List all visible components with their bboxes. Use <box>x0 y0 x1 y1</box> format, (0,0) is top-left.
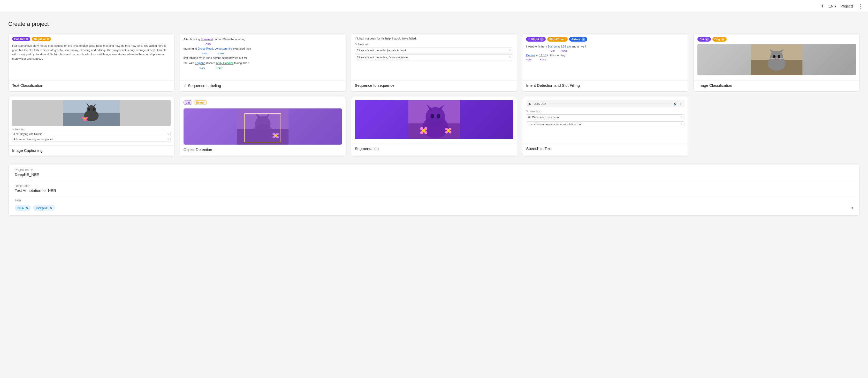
od-badge-2: flower <box>194 100 207 105</box>
tag-ner: NER ✕ <box>15 205 31 211</box>
tc-body-text: Fair drama/love story movie that focuses… <box>12 44 170 61</box>
negative-badge: Negative <box>32 37 51 41</box>
description-field: Description <box>8 181 860 197</box>
svg-point-45 <box>437 114 440 118</box>
more-icon[interactable]: ⋮ <box>679 102 682 106</box>
remove-deepke-tag[interactable]: ✕ <box>50 206 53 210</box>
edit-icon-ic-2[interactable]: ✎ <box>167 138 169 141</box>
svg-point-35 <box>276 133 279 135</box>
tag-deepke-label: DeepKE <box>36 206 48 210</box>
check-icon: ✓ <box>184 83 187 88</box>
pencil-icon-ic: ✎ <box>12 128 14 131</box>
flight-badge: ✓ Flight i <box>526 37 546 41</box>
edit-icon-1[interactable]: ✎ <box>509 49 511 52</box>
play-icon[interactable]: ▶ <box>529 102 531 106</box>
language-selector[interactable]: EN ▾ <box>829 4 836 8</box>
time-display: 0:00 / 0:02 <box>533 103 546 105</box>
seg-title: Segmentation <box>355 146 514 151</box>
svg-point-41 <box>426 107 445 127</box>
chevron-down-icon: ▾ <box>834 4 836 8</box>
edit-icon-ic-1[interactable]: ✎ <box>167 133 169 136</box>
tag-ner-label: NER <box>17 206 24 210</box>
positive-badge: Positive <box>12 37 30 41</box>
svg-point-52 <box>445 128 448 130</box>
seq2seq-card[interactable]: If it had not been for his help, I would… <box>351 34 517 92</box>
intent-body: I want to fly from Boston at 8:38 am and… <box>526 44 684 62</box>
svg-point-47 <box>420 127 423 130</box>
tags-input[interactable] <box>57 206 849 210</box>
s2s-item-1-text: S'il ne m'avait pas aidé, j'aurais échou… <box>357 49 407 52</box>
edit-icon-stt-1[interactable]: ✎ <box>680 116 683 119</box>
svg-point-7 <box>778 55 780 58</box>
svg-point-48 <box>424 127 427 130</box>
intent-card[interactable]: ✓ Flight i FlightTime t Airfare a I want… <box>522 34 688 92</box>
stt-item-2: doccano is an open source annotation too… <box>526 122 684 127</box>
svg-point-6 <box>773 55 776 58</box>
projects-link[interactable]: Projects <box>840 4 854 8</box>
sequence-labeling-card[interactable]: After bowling Somerset out for 83 on the… <box>180 34 346 92</box>
img-class-badge-row: Cat c Dog d <box>698 37 856 41</box>
svg-point-44 <box>430 114 434 118</box>
flighttime-badge: FlightTime t <box>547 37 568 41</box>
tc-title: Text Classification <box>12 83 170 88</box>
stt-new-text-label: ✎ New text <box>526 109 684 113</box>
pencil-icon: ✎ <box>355 43 357 46</box>
ic-title: Image Captioning <box>12 148 170 152</box>
svg-point-36 <box>273 136 275 138</box>
edit-icon-stt-2[interactable]: ✎ <box>680 123 683 126</box>
remove-ner-tag[interactable]: ✕ <box>25 206 28 210</box>
pencil-icon-stt: ✎ <box>526 109 528 113</box>
image-captioning-card[interactable]: ✎ New text A cat playing with flowers ✎ … <box>8 97 175 157</box>
description-input[interactable] <box>15 186 853 193</box>
stt-item-1: Hi! Welcome to doccano! ✎ <box>526 114 684 120</box>
svg-point-54 <box>445 131 448 134</box>
svg-point-53 <box>449 128 451 130</box>
ic-caption-2: A flower is blooming on the ground ✎ <box>12 137 170 141</box>
od-title: Object Detection <box>184 147 342 152</box>
sl-text: After bowling Somerset out for 83 on the… <box>184 37 342 70</box>
badge-row: Positive Negative <box>12 37 170 41</box>
svg-point-34 <box>273 133 275 135</box>
svg-point-3 <box>770 50 783 64</box>
tags-label: Tags <box>15 199 21 202</box>
svg-point-25 <box>85 119 87 121</box>
edit-icon-2[interactable]: ✎ <box>509 56 511 59</box>
airfare-badge: Airfare a <box>569 37 587 41</box>
s2s-item-2: S'il ne m'avait pas aidée, j'aurais écho… <box>355 55 514 60</box>
speech-to-text-card[interactable]: ▶ 0:00 / 0:02 🔊 ⋮ ✎ New text Hi! Welcome… <box>522 97 688 157</box>
description-label: Description <box>15 184 30 188</box>
ic-caption-1: A cat playing with flowers ✎ <box>12 132 170 136</box>
cat-image <box>698 44 856 75</box>
project-name-input[interactable] <box>15 170 853 177</box>
cat-badge: Cat c <box>698 37 711 41</box>
ic-caption-1-text: A cat playing with flowers <box>13 133 42 136</box>
main-content: Create a project Positive Negative Fair … <box>0 12 868 224</box>
sl-title-text: Sequence Labeling <box>188 83 221 88</box>
s2s-new-text-label: ✎ New text <box>355 43 514 46</box>
od-badge-1: cat <box>184 100 192 105</box>
ic-new-text-label: ✎ New text <box>12 128 170 131</box>
tag-deepke: DeepKE ✕ <box>33 205 55 211</box>
text-classification-card[interactable]: Positive Negative Fair drama/love story … <box>8 34 175 92</box>
svg-point-50 <box>424 131 427 134</box>
tags-dropdown-arrow[interactable]: ▾ <box>851 206 853 210</box>
svg-point-49 <box>420 131 423 134</box>
ic-caption-2-text: A flower is blooming on the ground <box>13 138 53 141</box>
object-detection-card[interactable]: cat flower <box>180 97 346 157</box>
stt-item-1-text: Hi! Welcome to doccano! <box>528 116 559 119</box>
svg-point-22 <box>82 117 84 119</box>
tags-field: Tags NER ✕ DeepKE ✕ ▾ <box>8 197 860 215</box>
intent-title: Intent Detection and Slot Filling <box>526 83 684 88</box>
menu-icon[interactable]: ⋮ <box>858 3 863 9</box>
svg-point-19 <box>88 108 90 111</box>
svg-point-23 <box>86 117 88 119</box>
stt-title: Speech to Text <box>526 146 684 151</box>
progress-bar[interactable] <box>548 104 672 104</box>
volume-icon[interactable]: 🔊 <box>673 102 677 106</box>
image-classification-card[interactable]: Cat c Dog d <box>693 34 860 92</box>
segmentation-card[interactable]: Segmentation <box>351 97 517 157</box>
svg-point-20 <box>93 108 95 111</box>
dog-badge: Dog d <box>712 37 726 41</box>
create-project-form: Project name Description Tags NER ✕ Deep… <box>8 165 860 216</box>
sun-icon[interactable]: ☀ <box>820 3 824 9</box>
